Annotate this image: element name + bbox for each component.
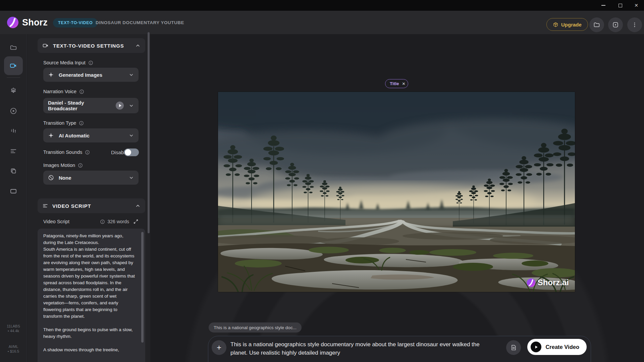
prompt-history-bubble[interactable]: This is a national geographics style doc… [209,322,302,333]
none-prohibited-icon [48,175,54,181]
sidebar-item-previews[interactable] [4,102,23,120]
transition-type-value: AI Automatic [59,133,124,138]
bubble-text: This is a national geographics style doc… [214,325,297,330]
title-chip[interactable]: Title ✕ [385,79,408,88]
app-header: Shorz TEXT-TO-VIDEO DINOSAUR DOCUMENTARY… [0,11,644,34]
title-chip-label: Title [390,81,399,86]
sidebar-item-frames[interactable] [4,182,23,200]
video-script-label: Video Script [43,219,100,224]
usage-elevenlabs: 11LABS • 44.4k [0,324,27,333]
sparkle-icon [48,132,54,138]
play-icon [531,342,541,352]
narration-voice-value: Daniel - Steady Broadcaster [48,100,111,111]
info-icon[interactable] [79,89,84,94]
left-icon-rail: 11LABS • 44.4k AI/ML • $16.5 [0,34,27,362]
source-media-dropdown[interactable]: Generated Images [43,68,139,82]
video-script-textarea[interactable]: Patagonia, ninety-five million years ago… [38,229,145,362]
create-video-button[interactable]: Create Video [527,339,587,355]
settings-panel: TEXT-TO-VIDEO SETTINGS Source Media Inpu… [27,34,150,362]
script-text: Patagonia, ninety-five million years ago… [43,233,136,353]
sidebar-item-scripts[interactable] [4,142,23,161]
gift-box-icon [553,22,558,27]
transition-sounds-label: Transition Sounds [43,149,90,155]
mode-badge: TEXT-TO-VIDEO [53,18,98,27]
text-lines-icon [10,147,17,155]
transition-type-dropdown[interactable]: AI Automatic [43,128,139,142]
expand-icon[interactable] [133,219,139,224]
logo-mark-icon [7,16,19,28]
kebab-menu-icon [632,22,638,28]
window-titlebar: ✕ [0,0,644,11]
play-circle-icon [10,107,17,115]
chip-close-icon[interactable]: ✕ [402,81,406,86]
add-attachment-button[interactable]: + [212,340,226,355]
images-motion-dropdown[interactable]: None [43,171,139,185]
word-count: 326 words [107,219,129,224]
video-preview-frame[interactable]: Shorz.ai [218,92,575,292]
projects-folder-button[interactable] [589,17,604,32]
video-camera-icon [42,42,49,49]
chevron-down-icon [129,133,134,138]
window-minimize-button[interactable] [596,0,611,11]
window-close-button[interactable]: ✕ [629,0,644,11]
prompt-input[interactable]: This is a national geographics style doc… [230,340,491,357]
prompt-input-bar: + This is a national geographics style d… [208,336,591,362]
video-script-row: Video Script 326 words [43,219,139,224]
watermark: Shorz.ai [527,278,569,287]
create-video-label: Create Video [545,344,579,350]
chevron-up-icon [135,43,141,48]
maximize-icon [619,4,622,7]
folder-icon [10,44,17,51]
info-icon[interactable] [85,150,90,155]
source-media-label: Source Media Input [43,60,93,65]
shorz-app-window: ✕ Shorz TEXT-TO-VIDEO DINOSAUR DOCUMENTA… [0,0,644,362]
chevron-up-icon [135,203,141,208]
rail-divider [7,77,20,78]
transition-sounds-toggle[interactable] [124,148,139,156]
narration-voice-label: Narration Voice [43,89,84,94]
voice-preview-play-button[interactable] [115,101,124,110]
close-icon: ✕ [634,3,638,8]
app-logo[interactable]: Shorz [7,16,48,28]
info-icon[interactable] [79,121,84,126]
preview-landscape-image [218,92,575,292]
plus-icon: + [217,343,221,352]
video-script-header[interactable]: VIDEO SCRIPT [38,198,145,213]
toggle-knob [125,149,131,156]
frame-icon [9,187,17,195]
sidebar-item-settings[interactable] [4,81,23,100]
chevron-down-icon [129,103,134,108]
usage-provider: 11LABS [0,324,27,328]
upgrade-button[interactable]: Upgrade [546,18,588,31]
sidebar-item-projects[interactable] [4,38,23,57]
narration-voice-dropdown[interactable]: Daniel - Steady Broadcaster [43,98,139,113]
info-icon[interactable] [78,163,83,168]
panel-scrollbar[interactable] [148,32,150,233]
images-motion-value: None [59,175,124,181]
more-menu-button[interactable] [627,17,642,32]
sidebar-item-copies[interactable] [4,162,23,180]
section-title: VIDEO SCRIPT [52,203,131,209]
info-icon[interactable] [100,219,105,224]
usage-value: • $16.5 [0,349,27,354]
document-icon [510,344,517,351]
usage-value: • 44.4k [0,328,27,333]
text-lines-icon [42,203,48,209]
sidebar-item-text-to-video[interactable] [4,56,23,75]
script-document-button[interactable] [506,340,521,355]
window-maximize-button[interactable] [612,0,628,11]
folder-icon [593,21,600,28]
info-icon[interactable] [88,60,93,65]
section-title: TEXT-TO-VIDEO SETTINGS [53,43,131,49]
watermark-text: Shorz.ai [538,278,569,287]
mixer-icon [10,127,17,134]
text-to-video-settings-header[interactable]: TEXT-TO-VIDEO SETTINGS [38,38,145,53]
gear-icon [10,87,17,95]
sidebar-item-audio-mixer[interactable] [4,121,23,140]
chevron-down-icon [129,175,134,180]
sparkle-icon [48,72,54,78]
chevron-down-icon [129,72,134,77]
video-library-button[interactable] [608,17,623,32]
script-scrollbar[interactable] [141,232,144,343]
watermark-logo-icon [527,278,536,287]
